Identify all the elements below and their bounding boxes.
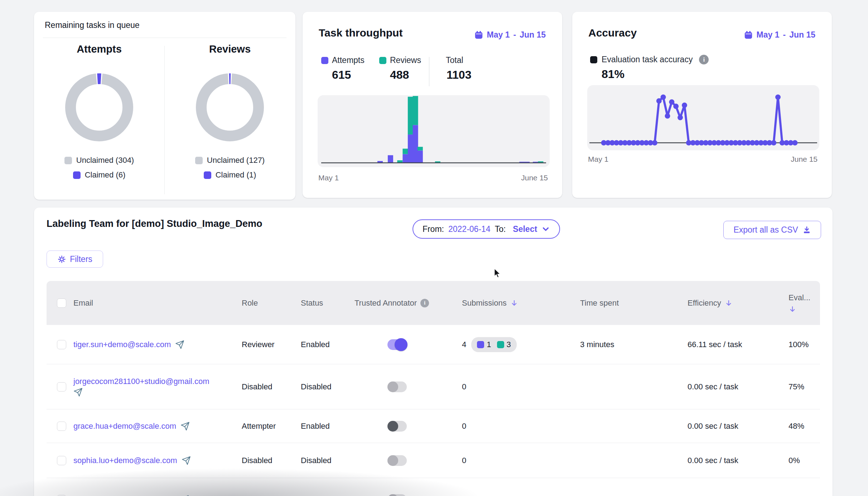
- row-checkbox[interactable]: [57, 456, 66, 465]
- legend-row: Claimed (6): [73, 170, 126, 180]
- toggle-knob: [387, 421, 398, 432]
- task-throughput-card: Task throughput May 1 - Jun 15 Attempts …: [303, 12, 562, 198]
- efficiency-header[interactable]: Efficiency: [688, 298, 789, 308]
- legend-label: Claimed (6): [85, 170, 126, 180]
- trusted-annotator-toggle[interactable]: [387, 421, 407, 432]
- status-cell: Enabled: [301, 340, 355, 349]
- row-select-cell: [47, 422, 73, 431]
- role-cell: Reviewer: [242, 340, 301, 349]
- calendar-icon: [474, 30, 483, 40]
- attempts-label: Attempts: [332, 55, 365, 65]
- reviews-stat: Reviews 488: [379, 55, 421, 82]
- email-link[interactable]: tiger.sun+demo@scale.com: [73, 340, 171, 349]
- accuracy-date-range-picker[interactable]: May 1 - Jun 15: [742, 30, 818, 40]
- gear-icon: [57, 255, 66, 264]
- attempts-swatch: [321, 57, 328, 64]
- status-header: Status: [301, 298, 355, 308]
- toggle-knob: [395, 338, 408, 351]
- role-cell: Attempter: [242, 422, 301, 431]
- row-checkbox[interactable]: [57, 495, 66, 496]
- submissions-count: 4: [462, 340, 466, 349]
- sort-desc-icon: [789, 305, 796, 313]
- paper-plane-icon[interactable]: [182, 456, 191, 465]
- throughput-date-range-picker[interactable]: May 1 - Jun 15: [472, 30, 548, 40]
- time-spent-header-label: Time spent: [580, 298, 619, 308]
- chevron-down-icon: [541, 225, 550, 233]
- total-value: 1103: [447, 68, 471, 82]
- throughput-chart-area: [318, 95, 550, 167]
- email-link[interactable]: grace.hua+video@scale.com: [73, 495, 175, 496]
- paper-plane-icon[interactable]: [180, 422, 190, 431]
- legend-label: Claimed (1): [216, 170, 256, 180]
- date-to: Jun 15: [520, 30, 546, 40]
- row-select-cell: [47, 382, 73, 392]
- paper-plane-icon[interactable]: [73, 388, 83, 397]
- row-checkbox[interactable]: [57, 422, 66, 431]
- throughput-bar-chart: [318, 95, 550, 167]
- legend-row: Unclaimed (304): [64, 156, 134, 165]
- table-row: grace.hua+video@scale.comDisabledDisable…: [47, 478, 820, 496]
- row-checkbox[interactable]: [57, 382, 66, 392]
- email-cell: jorgecocom281100+studio@gmail.com: [73, 377, 242, 397]
- select-all-checkbox[interactable]: [57, 298, 66, 308]
- email-link[interactable]: jorgecocom281100+studio@gmail.com: [73, 377, 209, 386]
- email-cell: tiger.sun+demo@scale.com: [73, 340, 242, 349]
- info-icon[interactable]: i: [420, 299, 429, 307]
- sort-desc-icon: [725, 299, 733, 307]
- role-cell: Disabled: [242, 456, 301, 465]
- queue-card-title: Remaining tasks in queue: [45, 20, 140, 30]
- download-icon: [802, 226, 811, 234]
- attempts-donut-chart: [63, 72, 135, 143]
- attempts-value: 615: [332, 68, 365, 82]
- reviews-swatch: [379, 57, 386, 64]
- paper-plane-icon[interactable]: [175, 340, 184, 349]
- paper-plane-icon[interactable]: [180, 495, 189, 496]
- team-section-title: Labeling Team for [demo] Studio_Image_De…: [47, 218, 262, 229]
- submissions-cell: 0: [462, 456, 580, 465]
- table-row: sophia.luo+demo@scale.comDisabledDisable…: [47, 443, 820, 478]
- trusted-annotator-toggle[interactable]: [387, 381, 407, 392]
- efficiency-cell: 0.00 sec / task: [688, 495, 789, 496]
- reviews-donut-title: Reviews: [165, 43, 295, 55]
- table-row: tiger.sun+demo@scale.comReviewerEnabled4…: [47, 325, 820, 364]
- time-spent-cell: 3 minutes: [580, 340, 688, 349]
- table-date-filter[interactable]: From: 2022-06-14 To: Select: [413, 219, 560, 239]
- table-body: tiger.sun+demo@scale.comReviewerEnabled4…: [47, 325, 820, 496]
- to-value[interactable]: Select: [513, 224, 537, 234]
- trusted-annotator-toggle[interactable]: [387, 339, 407, 350]
- email-link[interactable]: grace.hua+demo@scale.com: [73, 422, 176, 431]
- from-value[interactable]: 2022-06-14: [448, 224, 491, 234]
- table-row: grace.hua+demo@scale.comAttempterEnabled…: [47, 409, 820, 443]
- submissions-header[interactable]: Submissions: [462, 298, 580, 308]
- filters-label: Filters: [70, 254, 92, 264]
- row-checkbox[interactable]: [57, 340, 66, 349]
- date-to: Jun 15: [789, 30, 815, 40]
- status-cell: Enabled: [301, 422, 355, 431]
- status-cell: Disabled: [301, 456, 355, 465]
- reviews-donut-legend: Unclaimed (127) Claimed (1): [165, 156, 295, 180]
- role-header: Role: [242, 298, 301, 308]
- filters-button[interactable]: Filters: [47, 251, 103, 268]
- to-label: To:: [495, 224, 506, 234]
- sort-desc-icon: [510, 299, 518, 307]
- trusted-cell: [355, 455, 462, 466]
- claimed-swatch: [204, 171, 211, 179]
- total-stat: Total 1103: [446, 55, 471, 82]
- submissions-header-label: Submissions: [462, 298, 507, 308]
- info-icon[interactable]: i: [699, 55, 709, 64]
- export-csv-button[interactable]: Export all as CSV: [723, 221, 821, 239]
- date-sep: -: [783, 30, 786, 40]
- trusted-annotator-toggle[interactable]: [387, 494, 407, 496]
- efficiency-cell: 0.00 sec / task: [688, 422, 789, 431]
- eval-cell: 0%: [789, 456, 820, 465]
- reviews-donut-chart: [194, 72, 266, 143]
- trusted-annotator-toggle[interactable]: [387, 455, 407, 466]
- email-link[interactable]: sophia.luo+demo@scale.com: [73, 456, 177, 465]
- trusted-header-label: Trusted Annotator: [355, 298, 417, 308]
- accuracy-legend-label: Evaluation task accuracy: [602, 55, 693, 64]
- toggle-knob: [387, 381, 398, 392]
- eval-header[interactable]: Eval...: [789, 293, 820, 313]
- trusted-annotator-header: Trusted Annotator i: [355, 298, 462, 308]
- efficiency-cell: 66.11 sec / task: [688, 340, 789, 349]
- submissions-count: 0: [462, 495, 466, 496]
